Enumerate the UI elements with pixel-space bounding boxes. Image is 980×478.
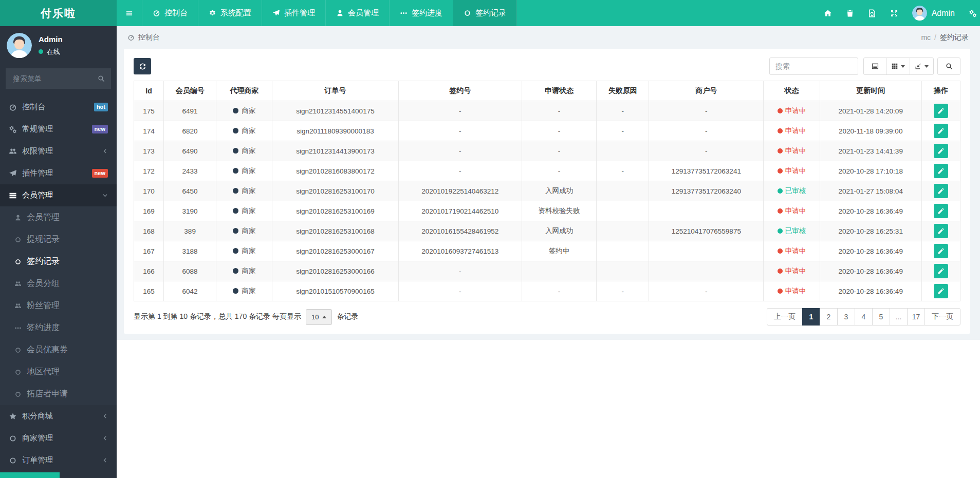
page-button-1[interactable]: 1 xyxy=(802,308,820,326)
cell-fail-reason xyxy=(597,141,649,161)
sidebar-item-permission-manage[interactable]: 权限管理 xyxy=(0,140,117,162)
sidebar-item-general-manage[interactable]: 常规管理new xyxy=(0,118,117,140)
sidebar-item-order-manage[interactable]: 订单管理 xyxy=(0,449,117,471)
page-button-5[interactable]: 5 xyxy=(872,308,890,326)
sidebar-item-sign-records[interactable]: 签约记录 xyxy=(0,251,117,273)
breadcrumb: 控制台 mc / 签约记录 xyxy=(117,26,980,49)
sidebar-item-member-groups[interactable]: 会员分组 xyxy=(0,273,117,295)
edit-button[interactable] xyxy=(934,144,948,158)
col-fail-reason[interactable]: 失败原因 xyxy=(597,81,649,101)
table-search-input[interactable] xyxy=(769,58,858,75)
nav-item-dashboard[interactable]: 控制台 xyxy=(142,0,198,26)
sidebar-item-member-manage-sub[interactable]: 会员管理 xyxy=(0,206,117,228)
nav-item-system-config[interactable]: 系统配置 xyxy=(198,0,262,26)
search-button[interactable] xyxy=(937,58,960,75)
page-button-3[interactable]: 3 xyxy=(837,308,855,326)
sidebar-item-merchant-manage[interactable]: 商家管理 xyxy=(0,427,117,449)
table-row[interactable]: 175 6491 商家 sign21012314551400175 - - - … xyxy=(134,101,960,121)
col-updated[interactable]: 更新时间 xyxy=(820,81,921,101)
col-member-no[interactable]: 会员编号 xyxy=(164,81,216,101)
nav-item-sign-progress[interactable]: 签约进度 xyxy=(390,0,453,26)
detail-view-button[interactable] xyxy=(863,58,886,75)
brand-logo[interactable]: 付乐啦 xyxy=(0,0,117,26)
columns-button[interactable] xyxy=(886,58,910,75)
table-row[interactable]: 173 6490 商家 sign21012314413900173 - - - … xyxy=(134,141,960,161)
file-refresh-icon[interactable] xyxy=(868,9,876,17)
sidebar-item-member-coupons[interactable]: 会员优惠券 xyxy=(0,339,117,361)
gears-icon[interactable] xyxy=(969,9,977,17)
edit-button[interactable] xyxy=(934,184,948,198)
edit-button[interactable] xyxy=(934,284,948,298)
page-button-17[interactable]: 17 xyxy=(907,308,925,326)
export-button[interactable] xyxy=(910,58,934,75)
table-row[interactable]: 170 6450 商家 sign20102816253100170 202010… xyxy=(134,181,960,201)
page-button-2[interactable]: 2 xyxy=(820,308,838,326)
chevron-left-icon xyxy=(102,457,108,463)
prev-page-button[interactable]: 上一页 xyxy=(767,308,803,326)
nav-item-member-manage[interactable]: 会员管理 xyxy=(326,0,390,26)
main-content: 控制台 mc / 签约记录 xyxy=(117,26,980,478)
cell-merchant-no: 125210417076559875 xyxy=(649,221,764,241)
edit-button[interactable] xyxy=(934,264,948,278)
edit-button[interactable] xyxy=(934,224,948,238)
content-filler xyxy=(117,340,980,478)
circle-icon xyxy=(9,456,17,465)
sidebar-item-shop-developer-apply[interactable]: 拓店者申请 xyxy=(0,383,117,405)
sidebar-item-sign-progress[interactable]: 签约进度 xyxy=(0,317,117,339)
breadcrumb-root[interactable]: mc xyxy=(921,33,931,42)
table-row[interactable]: 165 6042 商家 sign20101510570900165 - - - … xyxy=(134,281,960,301)
sidebar-item-withdraw-records[interactable]: 提现记录 xyxy=(0,228,117,251)
pencil-icon xyxy=(937,208,944,215)
col-apply-status[interactable]: 申请状态 xyxy=(522,81,596,101)
circle-icon xyxy=(14,347,22,354)
col-status[interactable]: 状态 xyxy=(764,81,820,101)
expand-icon[interactable] xyxy=(890,9,898,17)
next-page-button[interactable]: 下一页 xyxy=(924,308,960,326)
status-dot-icon xyxy=(778,269,783,274)
sidebar-item-points-mall[interactable]: 积分商城 xyxy=(0,405,117,427)
sidebar-item-region-agent[interactable]: 地区代理 xyxy=(0,361,117,383)
table-row[interactable]: 169 3190 商家 sign20102816253100169 202010… xyxy=(134,201,960,221)
cell-order-no: sign21012314413900173 xyxy=(272,141,398,161)
col-id[interactable]: Id xyxy=(134,81,164,101)
new-badge: new xyxy=(92,125,108,133)
col-sign-no[interactable]: 签约号 xyxy=(398,81,522,101)
breadcrumb-title[interactable]: 控制台 xyxy=(138,33,160,42)
plane-icon xyxy=(272,9,280,17)
col-agent[interactable]: 代理商家 xyxy=(216,81,272,101)
nav-item-plugin-manage[interactable]: 插件管理 xyxy=(262,0,326,26)
nav-item-sign-records[interactable]: 签约记录 xyxy=(453,0,517,26)
edit-button[interactable] xyxy=(934,204,948,218)
cell-apply-status: - xyxy=(522,101,596,121)
table-row[interactable]: 168 389 商家 sign20102816253100168 2020101… xyxy=(134,221,960,241)
sidebar-item-dashboard[interactable]: 控制台hot xyxy=(0,96,117,118)
table-row[interactable]: 166 6088 商家 sign20102816253000166 - 申请中 … xyxy=(134,261,960,281)
table-row[interactable]: 174 6820 商家 sign20111809390000183 - - - … xyxy=(134,121,960,141)
edit-button[interactable] xyxy=(934,104,948,118)
refresh-button[interactable] xyxy=(134,58,151,74)
sidebar-toggle-button[interactable] xyxy=(117,0,142,26)
top-navbar: 付乐啦 控制台 系统配置 插件管理 会员管理 签约进度 签约记录 Admin xyxy=(0,0,980,26)
cell-id: 169 xyxy=(134,201,164,221)
sidebar-item-member-manage[interactable]: 会员管理 xyxy=(0,184,117,206)
edit-button[interactable] xyxy=(934,164,948,178)
edit-button[interactable] xyxy=(934,244,948,258)
page-button-4[interactable]: 4 xyxy=(855,308,873,326)
col-merchant-no[interactable]: 商户号 xyxy=(649,81,764,101)
page-size-select[interactable]: 10 xyxy=(306,309,332,325)
table-row[interactable]: 172 2433 商家 sign20102816083800172 - - - … xyxy=(134,161,960,181)
menu-search-input[interactable] xyxy=(12,74,94,83)
cell-order-no: sign20102816253000166 xyxy=(272,261,398,281)
col-order-no[interactable]: 订单号 xyxy=(272,81,398,101)
records-card: Id 会员编号 代理商家 订单号 签约号 申请状态 失败原因 商户号 状态 更新… xyxy=(124,49,970,334)
caret-down-icon xyxy=(924,65,929,68)
sidebar-item-plugin-manage[interactable]: 插件管理new xyxy=(0,162,117,184)
admin-menu[interactable]: Admin xyxy=(912,6,955,21)
edit-button[interactable] xyxy=(934,124,948,138)
sidebar-item-fans-manage[interactable]: 粉丝管理 xyxy=(0,295,117,317)
cell-apply-status: 入网成功 xyxy=(522,221,596,241)
home-icon[interactable] xyxy=(824,9,832,17)
trash-icon[interactable] xyxy=(846,9,854,17)
member-manage-submenu: 会员管理 提现记录 签约记录 会员分组 粉丝管理 签约进度 会员优惠券 地区代理… xyxy=(0,206,117,405)
table-row[interactable]: 167 3188 商家 sign20102816253000167 202010… xyxy=(134,241,960,261)
